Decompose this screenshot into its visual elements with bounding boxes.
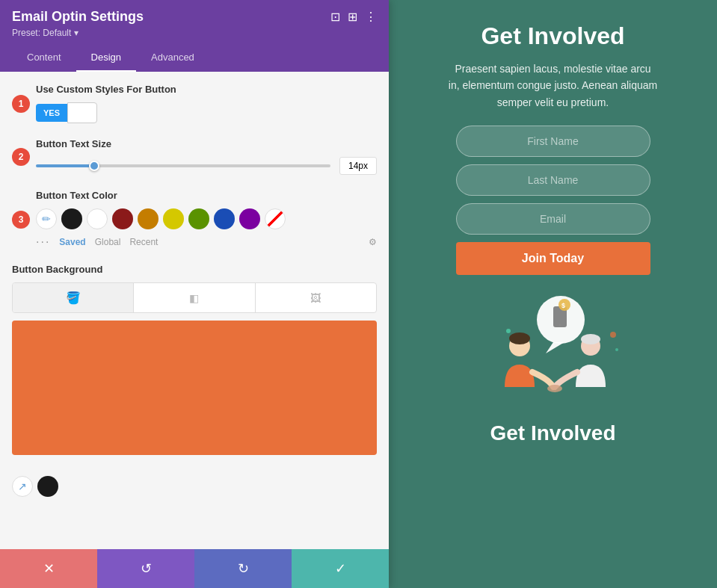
preview-panel: Get Involved Praesent sapien lacus, mole… xyxy=(389,0,717,588)
slider-value: 14px xyxy=(339,157,377,175)
last-name-field[interactable] xyxy=(456,164,650,196)
columns-icon[interactable]: ⊞ xyxy=(348,10,357,24)
slider-thumb[interactable] xyxy=(89,161,99,171)
color-white[interactable] xyxy=(87,208,108,229)
bg-tab-gradient[interactable]: ◧ xyxy=(134,283,255,312)
tab-advanced[interactable]: Advanced xyxy=(136,44,209,72)
join-today-button[interactable]: Join Today xyxy=(456,242,650,275)
svg-point-7 xyxy=(509,332,530,344)
toggle-row: YES xyxy=(36,102,377,123)
svg-point-12 xyxy=(610,332,616,338)
preview-description: Praesent sapien lacus, molestie vitae ar… xyxy=(449,61,658,111)
gear-icon[interactable]: ⚙ xyxy=(369,237,377,247)
panel-header: Email Optin Settings ⊡ ⊞ ⋮ Preset: Defau… xyxy=(0,0,389,72)
bottom-black[interactable] xyxy=(37,476,58,497)
bg-tabs: 🪣 ◧ 🖼 xyxy=(12,282,377,313)
svg-point-10 xyxy=(547,385,562,392)
cancel-button[interactable]: ✕ xyxy=(0,549,97,588)
color-picker-button[interactable]: ✏ xyxy=(36,208,57,229)
paint-bucket-icon: 🪣 xyxy=(66,291,81,305)
label-text-color: Button Text Color xyxy=(36,190,377,201)
section-custom-styles: 1 Use Custom Styles For Button YES xyxy=(36,84,377,123)
image-icon: 🖼 xyxy=(310,292,321,304)
bg-tab-color[interactable]: 🪣 xyxy=(13,283,134,312)
svg-point-13 xyxy=(615,348,618,351)
color-tab-global[interactable]: Global xyxy=(95,237,121,247)
preview-title-bottom: Get Involved xyxy=(490,421,615,445)
toggle-box[interactable] xyxy=(67,102,97,123)
settings-panel: Email Optin Settings ⊡ ⊞ ⋮ Preset: Defau… xyxy=(0,0,389,588)
color-black[interactable] xyxy=(61,208,82,229)
color-preview-box xyxy=(12,321,377,455)
undo-button[interactable]: ↺ xyxy=(97,549,194,588)
color-tab-saved[interactable]: Saved xyxy=(59,237,85,247)
step-badge-1: 1 xyxy=(12,95,30,113)
preview-title: Get Involved xyxy=(481,22,624,50)
step-badge-2: 2 xyxy=(12,148,30,166)
bg-tab-image[interactable]: 🖼 xyxy=(256,283,376,312)
svg-point-9 xyxy=(581,334,600,344)
color-tab-recent[interactable]: Recent xyxy=(129,237,158,247)
panel-icons: ⊡ ⊞ ⋮ xyxy=(330,10,377,24)
color-yellow[interactable] xyxy=(163,208,184,229)
color-dark-red[interactable] xyxy=(112,208,133,229)
bottom-picker[interactable]: ↗ xyxy=(12,476,33,497)
color-green[interactable] xyxy=(188,208,209,229)
panel-tabs: Content Design Advanced xyxy=(12,44,377,72)
email-field[interactable] xyxy=(456,203,650,235)
label-text-size: Button Text Size xyxy=(36,138,377,149)
panel-body: 1 Use Custom Styles For Button YES 2 But… xyxy=(0,72,389,549)
panel-preset[interactable]: Preset: Default ▾ xyxy=(12,28,377,38)
color-dots: ··· xyxy=(36,235,50,249)
confirm-button[interactable]: ✓ xyxy=(292,549,389,588)
panel-title-row: Email Optin Settings ⊡ ⊞ ⋮ xyxy=(12,9,377,25)
tab-design[interactable]: Design xyxy=(76,44,136,72)
panel-title: Email Optin Settings xyxy=(12,9,144,25)
svg-point-3 xyxy=(558,324,561,327)
label-custom-styles: Use Custom Styles For Button xyxy=(36,84,377,95)
color-blue[interactable] xyxy=(214,208,235,229)
color-orange[interactable] xyxy=(138,208,159,229)
step-badge-3: 3 xyxy=(12,211,30,229)
color-tabs-row: ··· Saved Global Recent ⚙ xyxy=(36,235,377,249)
section-text-color: 3 Button Text Color ✏ ··· Saved Global R… xyxy=(36,190,377,249)
slider-track[interactable] xyxy=(36,164,330,167)
toggle-yes-button[interactable]: YES xyxy=(36,104,67,122)
slider-row: 14px xyxy=(36,157,377,175)
svg-marker-1 xyxy=(546,342,564,353)
redo-button[interactable]: ↻ xyxy=(194,549,292,588)
color-swatches: ✏ xyxy=(36,208,377,229)
svg-point-11 xyxy=(506,329,511,333)
label-button-bg: Button Background xyxy=(12,264,377,275)
section-bg: Button Background 🪣 ◧ 🖼 xyxy=(12,264,377,455)
color-purple[interactable] xyxy=(239,208,260,229)
gradient-icon: ◧ xyxy=(189,292,199,304)
fullscreen-icon[interactable]: ⊡ xyxy=(330,10,340,24)
section-text-size: 2 Button Text Size 14px xyxy=(36,138,377,175)
color-strikethrough[interactable] xyxy=(265,208,286,229)
tab-content[interactable]: Content xyxy=(12,44,76,72)
bottom-swatches: ↗ xyxy=(12,470,377,497)
bottom-toolbar: ✕ ↺ ↻ ✓ xyxy=(0,549,389,588)
first-name-field[interactable] xyxy=(456,126,650,157)
more-icon[interactable]: ⋮ xyxy=(365,10,377,24)
illustration: $ xyxy=(464,290,643,409)
svg-text:$: $ xyxy=(561,302,565,309)
